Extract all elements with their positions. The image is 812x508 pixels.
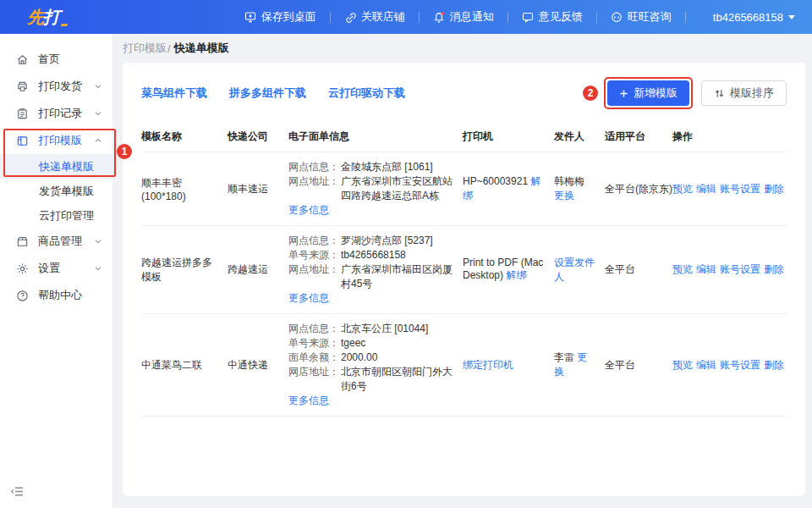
save-to-desktop-button[interactable]: 保存到桌面 [244, 9, 316, 25]
change-sender-link[interactable]: 更换 [554, 190, 574, 202]
info-label: 单号来源： [288, 248, 341, 262]
sidebar-item-print-records[interactable]: 打印记录 [0, 100, 112, 127]
courier-company: 跨越速运 [228, 262, 288, 277]
table-row: 顺丰丰密(100*180) 顺丰速运 网点信息： 金陵城东点部 [1061] 网… [141, 152, 787, 226]
info-line: 网点信息： 金陵城东点部 [1061] [288, 160, 453, 174]
more-info-link[interactable]: 更多信息 [288, 203, 329, 218]
info-label: 面单余额： [288, 351, 341, 365]
notifications-button[interactable]: 消息通知 [433, 9, 494, 25]
column-header-waybill-info: 电子面单信息 [288, 130, 463, 144]
courier-company: 中通快递 [228, 358, 288, 373]
set-sender-link[interactable]: 设置发件人 [554, 257, 595, 283]
template-name: 中通菜鸟二联 [141, 358, 228, 373]
sort-templates-label: 模版排序 [730, 86, 774, 101]
chevron-down-icon [94, 262, 102, 275]
sidebar-subitem-label: 云打印管理 [39, 208, 94, 224]
home-icon [16, 53, 29, 66]
sidebar-item-print-templates[interactable]: 打印模版 [0, 127, 112, 154]
info-value: 金陵城东点部 [1061] [341, 160, 453, 174]
sidebar-collapse-button[interactable] [10, 484, 25, 501]
edit-link[interactable]: 编辑 [696, 262, 716, 277]
account-settings-link[interactable]: 账号设置 [720, 262, 760, 277]
sidebar-subitem-label: 发货单模版 [39, 184, 94, 199]
clipboard-icon [16, 108, 29, 120]
column-header-courier: 快递公司 [228, 130, 288, 144]
waybill-info-cell: 网点信息： 金陵城东点部 [1061] 网点地址： 广东省深圳市宝安区航站四路跨… [288, 158, 463, 219]
menu-item-label: 保存到桌面 [261, 9, 316, 25]
sort-icon [714, 88, 725, 99]
info-label: 网点信息： [288, 322, 341, 336]
table-row: 中通菜鸟二联 中通快递 网点信息： 北京车公庄 [01044] 单号来源： tg… [141, 314, 787, 417]
template-icon [16, 135, 29, 147]
platform: 全平台 [605, 262, 672, 277]
logo-text-second: 打 [43, 6, 59, 29]
sidebar-item-print-ship[interactable]: 打印发货 [0, 73, 112, 100]
info-line: 面单余额： 2000.00 [288, 351, 453, 365]
wangwang-icon [611, 11, 623, 23]
info-label: 网点地址： [288, 174, 341, 203]
chevron-up-icon [94, 135, 102, 147]
sidebar-item-cloud-print[interactable]: 云打印管理 [0, 203, 112, 228]
logo-dash [61, 24, 69, 26]
printer-name: HP~60003921 [463, 175, 528, 187]
info-line: 网点地址： 广东省深圳市宝安区航站四路跨越速运总部A栋 [288, 174, 453, 203]
template-name: 顺丰丰密(100*180) [141, 176, 228, 202]
sender-cell: 设置发件人 [554, 256, 605, 284]
delete-link[interactable]: 删除 [764, 182, 784, 196]
wangwang-consult-button[interactable]: 旺旺咨询 [611, 9, 672, 25]
sidebar-item-shipping-list-template[interactable]: 发货单模版 [0, 179, 112, 203]
breadcrumb-parent[interactable]: 打印模版 [123, 41, 167, 56]
unbind-printer-link[interactable]: 解绑 [506, 269, 526, 281]
cainiao-component-download-link[interactable]: 菜鸟组件下载 [141, 86, 207, 101]
annotation-circle-step1: 1 [117, 144, 132, 159]
edit-link[interactable]: 编辑 [696, 358, 716, 373]
edit-link[interactable]: 编辑 [696, 182, 716, 196]
gear-icon [16, 262, 29, 275]
account-settings-link[interactable]: 账号设置 [720, 182, 760, 196]
row-actions: 预览 编辑 账号设置 删除 [672, 358, 787, 373]
sidebar-item-help-center[interactable]: 帮助中心 [0, 282, 112, 309]
sidebar-item-waybill-template[interactable]: 快递单模版 [0, 154, 112, 179]
link-shop-button[interactable]: 关联店铺 [344, 9, 405, 25]
pdd-component-download-link[interactable]: 拼多多组件下载 [229, 86, 306, 101]
cloud-print-driver-download-link[interactable]: 云打印驱动下载 [328, 86, 405, 101]
sidebar-item-label: 打印发货 [38, 79, 82, 94]
preview-link[interactable]: 预览 [672, 262, 693, 277]
plus-icon [619, 89, 628, 98]
add-template-button[interactable]: 新增模版 [607, 80, 689, 106]
info-value: 广东省深圳市福田区岗厦村45号 [341, 262, 453, 291]
app-logo: 先 打 [27, 6, 68, 29]
more-info-link[interactable]: 更多信息 [288, 291, 329, 306]
preview-link[interactable]: 预览 [672, 182, 693, 196]
account-settings-link[interactable]: 账号设置 [720, 358, 760, 373]
app-window: 先 打 保存到桌面 关联店铺 消息 [0, 0, 812, 508]
column-header-sender: 发件人 [554, 130, 605, 144]
sidebar-item-label: 商品管理 [38, 234, 82, 249]
preview-link[interactable]: 预览 [672, 358, 693, 373]
sender-name: 韩梅梅 [554, 175, 584, 187]
feedback-button[interactable]: 意见反馈 [522, 9, 583, 25]
annotation-circle-step2: 2 [583, 86, 598, 101]
delete-link[interactable]: 删除 [764, 358, 784, 373]
chevron-down-icon [788, 15, 795, 19]
more-info-link[interactable]: 更多信息 [288, 394, 329, 408]
chevron-down-icon [94, 80, 102, 93]
sidebar-item-label: 设置 [38, 261, 60, 276]
bind-printer-link[interactable]: 绑定打印机 [463, 359, 513, 371]
delete-link[interactable]: 删除 [764, 262, 784, 277]
toolbar: 菜鸟组件下载 拼多多组件下载 云打印驱动下载 2 新增模版 [141, 63, 787, 122]
annotation-box-step2: 2 新增模版 [604, 77, 693, 109]
logo-text-first: 先 [27, 6, 43, 29]
printer-icon [16, 80, 29, 93]
sender-cell: 李雷 更换 [554, 351, 605, 379]
template-name: 跨越速运拼多多模板 [141, 256, 228, 284]
sidebar-item-label: 打印记录 [38, 106, 82, 121]
sort-templates-button[interactable]: 模版排序 [701, 80, 787, 106]
menu-fold-icon [10, 484, 25, 499]
info-line: 单号来源： tgeec [288, 336, 453, 351]
account-dropdown[interactable]: tb4265668158 [713, 11, 795, 24]
table-header: 模板名称 快递公司 电子面单信息 打印机 发件人 适用平台 操作 [141, 122, 787, 152]
sidebar-item-home[interactable]: 首页 [0, 46, 112, 73]
sidebar-item-settings[interactable]: 设置 [0, 255, 112, 282]
sidebar-item-goods-management[interactable]: 商品管理 [0, 228, 112, 255]
